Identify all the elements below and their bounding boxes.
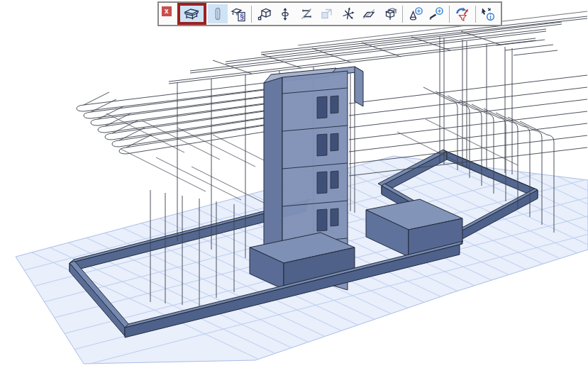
mirror-tool-button[interactable]	[359, 4, 378, 23]
app-window: { "toolbar": { "close_glyph": "x", "butt…	[0, 0, 588, 368]
cursor-info-icon: i	[479, 6, 497, 22]
floor-plates-stack[interactable]	[77, 83, 264, 154]
filter-elements-tool-button[interactable]	[453, 4, 472, 23]
element-info-tool-button[interactable]: i	[479, 4, 498, 23]
svg-text:+: +	[438, 7, 441, 14]
floating-toolbar[interactable]: x §	[157, 1, 502, 26]
elevate-tool-button[interactable]	[275, 4, 294, 23]
stretch-profile-icon	[299, 6, 314, 22]
rotate-tool-button[interactable]	[338, 4, 357, 23]
toolbar-separator	[475, 6, 476, 23]
drag-copy-tool-button[interactable]	[380, 4, 399, 23]
toolbar-separator	[251, 6, 252, 23]
vertical-member-tool-button[interactable]	[208, 4, 227, 23]
filter-arrows-icon	[454, 6, 471, 22]
bench-icon	[183, 6, 200, 22]
bench-copy-section-icon: §	[231, 6, 246, 22]
column-pill-icon	[210, 6, 226, 22]
copy-properties-tool-button[interactable]: §	[229, 4, 248, 23]
drag-tool-button[interactable]	[255, 4, 274, 23]
toolbar-separator	[449, 6, 450, 23]
close-button[interactable]: x	[162, 6, 172, 16]
line-plus-icon: +	[428, 6, 445, 22]
viewport-3d[interactable]	[0, 0, 588, 368]
edit-members-tool-button[interactable]	[177, 3, 206, 25]
mirror-parallelogram-icon	[361, 6, 377, 22]
offset-boxes-icon	[319, 6, 335, 22]
zoom-in-cone-tool-button[interactable]: +	[406, 4, 425, 23]
svg-text:i: i	[490, 13, 492, 20]
model-scene	[0, 0, 588, 368]
cone-plus-icon: +	[407, 6, 424, 22]
zoom-in-line-tool-button[interactable]: +	[427, 4, 446, 23]
drag-copy-box-icon	[382, 6, 398, 22]
rotate-axes-icon	[340, 6, 356, 22]
section-sign: §	[240, 13, 244, 21]
elevate-arrows-icon	[277, 6, 293, 22]
drag-box-icon	[257, 6, 272, 22]
toolbar-separator	[402, 6, 403, 23]
offset-tool-button	[317, 4, 336, 23]
stretch-tool-button[interactable]	[296, 4, 316, 23]
svg-text:+: +	[417, 7, 421, 14]
